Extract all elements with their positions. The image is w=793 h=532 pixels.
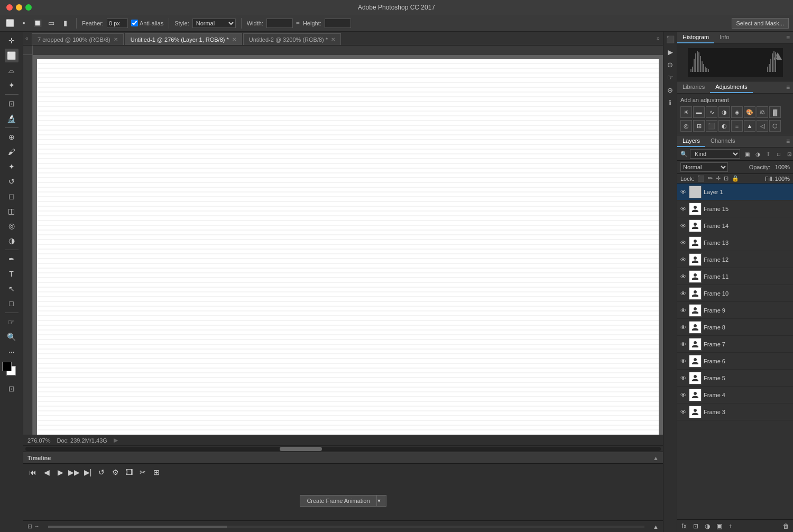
- scrollbar-thumb[interactable]: [280, 447, 322, 451]
- swap-dimensions-icon[interactable]: ⇄: [296, 21, 300, 25]
- layer-group-icon[interactable]: ▣: [714, 521, 724, 531]
- dodge-tool-icon[interactable]: ◑: [5, 234, 19, 247]
- lock-paint-icon[interactable]: ✏: [708, 175, 713, 182]
- height-input[interactable]: [325, 19, 351, 28]
- doc-tab-2[interactable]: Untitled-1 @ 276% (Layer 1, RGB/8) * ✕: [125, 33, 242, 45]
- eyedropper-icon[interactable]: 🔬: [5, 112, 19, 125]
- single-col-icon[interactable]: ▮: [59, 17, 71, 29]
- layer-item-frame3[interactable]: 👁Frame 3: [677, 403, 793, 420]
- doc-info-arrow[interactable]: ▶: [114, 437, 118, 444]
- foreground-color-swatch[interactable]: [2, 362, 12, 371]
- status-up-arrow[interactable]: ▲: [653, 524, 659, 530]
- timeline-first-frame[interactable]: ⏮: [27, 467, 38, 478]
- layer-eye-frame10[interactable]: 👁: [679, 290, 687, 297]
- ellipse-select-icon[interactable]: 🔲: [32, 17, 43, 29]
- timeline-scissors[interactable]: ✂: [137, 467, 148, 478]
- doc-tab-3[interactable]: Untitled-2 @ 3200% (RGB/8) * ✕: [243, 33, 341, 45]
- rect-select-icon[interactable]: ▪: [18, 17, 30, 29]
- status-icon1[interactable]: ⊡: [27, 523, 32, 530]
- timeline-filmstrip[interactable]: 🎞: [124, 467, 134, 478]
- blur-tool-icon[interactable]: ◎: [5, 219, 19, 233]
- layer-item-frame11[interactable]: 👁Frame 11: [677, 268, 793, 285]
- tab-info[interactable]: Info: [714, 32, 734, 43]
- tab-adjustments[interactable]: Adjustments: [710, 81, 753, 93]
- zoom-tool-icon[interactable]: 🔍: [5, 330, 19, 344]
- hand-tool-icon[interactable]: ☞: [5, 315, 19, 329]
- timeline-expand-icon[interactable]: ▲: [653, 455, 659, 461]
- layers-panel-menu[interactable]: ≡: [783, 137, 793, 145]
- adj-brightness-icon[interactable]: ☀: [680, 106, 692, 118]
- adj-selectivecolor-icon[interactable]: ⬡: [769, 120, 781, 132]
- layer-item-frame7[interactable]: 👁Frame 7: [677, 336, 793, 353]
- layer-item-layer1[interactable]: 👁Layer 1: [677, 184, 793, 200]
- ri-foreground-bg-icon[interactable]: ⬛: [665, 34, 676, 44]
- tab-libraries[interactable]: Libraries: [677, 81, 710, 93]
- layer-eye-frame14[interactable]: 👁: [679, 222, 687, 230]
- layer-item-frame5[interactable]: 👁Frame 5: [677, 370, 793, 387]
- layers-kind-select[interactable]: Kind Name Effect Mode Attribute Color Sm…: [690, 149, 740, 159]
- new-layer-icon[interactable]: +: [726, 521, 735, 531]
- crop-tool-icon[interactable]: ⊡: [5, 97, 19, 111]
- filter-shape-icon[interactable]: □: [774, 149, 783, 159]
- adj-channelmixer-icon[interactable]: ⊞: [693, 120, 705, 132]
- doc-tab-2-close[interactable]: ✕: [232, 36, 236, 42]
- eraser-tool-icon[interactable]: ◻: [5, 189, 19, 203]
- history-brush-icon[interactable]: ↺: [5, 175, 19, 188]
- layer-adjustment-icon[interactable]: ◑: [703, 521, 712, 531]
- timeline-last-frame[interactable]: ▶|: [82, 467, 93, 478]
- adj-levels-icon[interactable]: ▬: [693, 106, 705, 118]
- lasso-tool-icon[interactable]: ⌓: [5, 63, 19, 77]
- timeline-prev-frame[interactable]: ◀: [41, 467, 52, 478]
- clone-stamp-icon[interactable]: ✦: [5, 160, 19, 173]
- type-tool-icon[interactable]: T: [5, 267, 19, 281]
- shape-tool-icon[interactable]: □: [5, 297, 19, 310]
- brush-tool-icon[interactable]: 🖌: [5, 145, 19, 159]
- adj-posterize-icon[interactable]: ≡: [731, 120, 743, 132]
- lock-move-icon[interactable]: ✛: [716, 175, 721, 182]
- layer-eye-frame15[interactable]: 👁: [679, 205, 687, 213]
- layer-eye-frame8[interactable]: 👁: [679, 324, 687, 331]
- scrollbar-track[interactable]: [25, 447, 661, 451]
- filter-pixel-icon[interactable]: ▣: [742, 149, 752, 159]
- horizontal-scrollbar[interactable]: [23, 445, 663, 452]
- layer-eye-frame12[interactable]: 👁: [679, 256, 687, 263]
- width-input[interactable]: [266, 19, 293, 28]
- single-row-icon[interactable]: ▭: [45, 17, 57, 29]
- layer-item-frame13[interactable]: 👁Frame 13: [677, 234, 793, 251]
- close-button[interactable]: [6, 4, 13, 11]
- ri-zoom-icon[interactable]: ⊕: [665, 85, 676, 95]
- anti-alias-checkbox[interactable]: [131, 20, 138, 26]
- lock-transparent-icon[interactable]: ⬛: [697, 175, 705, 182]
- layer-item-frame8[interactable]: 👁Frame 8: [677, 319, 793, 336]
- blend-mode-select[interactable]: Normal Multiply Screen Overlay: [680, 162, 728, 172]
- panel-collapse-btn[interactable]: »: [657, 35, 663, 41]
- ri-hand-icon[interactable]: ☞: [665, 72, 676, 82]
- layer-item-frame10[interactable]: 👁Frame 10: [677, 285, 793, 302]
- adj-exposure-icon[interactable]: ◑: [718, 106, 730, 118]
- adj-gradientmap-icon[interactable]: ◁: [757, 120, 768, 132]
- timeline-settings[interactable]: ⚙: [110, 467, 121, 478]
- screen-mode-icon[interactable]: ⊡: [5, 382, 19, 396]
- timeline-loop[interactable]: ↺: [96, 467, 107, 478]
- adj-bw-icon[interactable]: ▓: [769, 106, 781, 118]
- layers-list[interactable]: 👁Layer 1👁Frame 15👁Frame 14👁Frame 13👁Fram…: [677, 184, 793, 519]
- delete-layer-icon[interactable]: 🗑: [781, 521, 791, 531]
- adj-vibrance-icon[interactable]: ◈: [731, 106, 743, 118]
- adj-invert-icon[interactable]: ◐: [718, 120, 730, 132]
- layer-mask-icon[interactable]: ⊡: [691, 521, 700, 531]
- filter-adjust-icon[interactable]: ◑: [753, 149, 762, 159]
- marquee-tool-icon[interactable]: ⬜: [5, 49, 19, 62]
- layer-item-frame6[interactable]: 👁Frame 6: [677, 353, 793, 370]
- window-controls[interactable]: [6, 4, 32, 11]
- ri-info-icon[interactable]: ℹ: [665, 97, 676, 108]
- layer-eye-layer1[interactable]: 👁: [679, 188, 687, 196]
- layer-eye-frame4[interactable]: 👁: [679, 391, 687, 399]
- layer-fx-icon[interactable]: fx: [679, 521, 689, 531]
- tab-histogram[interactable]: Histogram: [677, 32, 714, 43]
- layer-item-frame15[interactable]: 👁Frame 15: [677, 200, 793, 217]
- pen-tool-icon[interactable]: ✒: [5, 252, 19, 266]
- move-tool-icon[interactable]: ✛: [5, 34, 19, 48]
- adj-hsl-icon[interactable]: 🎨: [744, 106, 755, 118]
- layer-item-frame14[interactable]: 👁Frame 14: [677, 217, 793, 234]
- adj-colorlookup-icon[interactable]: ⬛: [706, 120, 717, 132]
